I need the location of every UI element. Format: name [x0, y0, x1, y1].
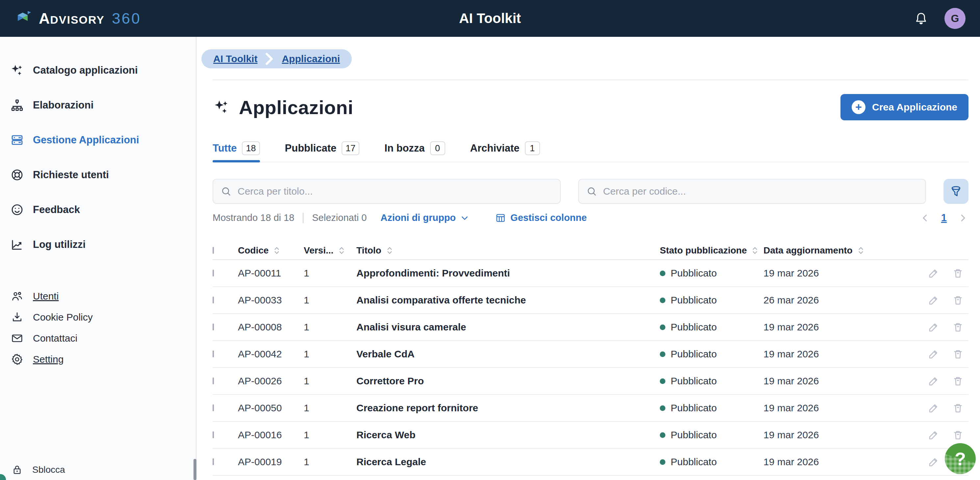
- cell-code: AP-00026: [238, 375, 304, 387]
- tab-count-badge: 17: [342, 141, 360, 155]
- table-row[interactable]: AP-00019 1 Ricerca Legale Pubblicato 19 …: [213, 449, 969, 476]
- table-row[interactable]: AP-00008 1 Analisi visura camerale Pubbl…: [213, 314, 969, 341]
- search-code-input[interactable]: [578, 179, 926, 204]
- cell-status: Pubblicato: [660, 402, 764, 413]
- edit-pencil-icon[interactable]: [928, 348, 940, 360]
- funnel-icon: [950, 185, 963, 198]
- main-content: AI Toolkit Applicazioni: [196, 37, 980, 480]
- search-title-input[interactable]: [213, 179, 561, 204]
- row-checkbox[interactable]: [213, 458, 214, 465]
- sidebar-item-utenti[interactable]: Utenti: [10, 288, 196, 304]
- tab-count-badge: 0: [430, 141, 445, 155]
- delete-trash-icon[interactable]: [952, 348, 964, 360]
- tab-archiviate[interactable]: Archiviate 1: [470, 141, 540, 162]
- delete-trash-icon[interactable]: [952, 294, 964, 306]
- status-dot: [660, 406, 665, 411]
- status-dot: [660, 271, 665, 276]
- cell-version: 1: [304, 349, 356, 360]
- tab-in-bozza[interactable]: In bozza 0: [384, 141, 445, 162]
- sidebar-item-catalogo-applicazioni[interactable]: Catalogo applicazioni: [10, 60, 196, 81]
- cell-version: 1: [304, 375, 356, 387]
- delete-trash-icon[interactable]: [952, 429, 964, 441]
- edit-pencil-icon[interactable]: [928, 456, 940, 468]
- cell-version: 1: [304, 429, 356, 440]
- row-checkbox[interactable]: [213, 296, 214, 303]
- sidebar-scrollbar-thumb[interactable]: [194, 459, 196, 480]
- row-checkbox[interactable]: [213, 350, 214, 357]
- row-actions: [918, 321, 969, 333]
- sidebar-item-feedback[interactable]: Feedback: [10, 199, 196, 220]
- status-label: Pubblicato: [671, 268, 717, 279]
- lock-icon: [10, 464, 24, 475]
- sort-icon: [857, 246, 865, 255]
- column-header-versione[interactable]: Versi...: [304, 245, 356, 256]
- table-row[interactable]: AP-00026 1 Correttore Pro Pubblicato 19 …: [213, 368, 969, 395]
- table-row[interactable]: AP-00016 1 Ricerca Web Pubblicato 19 mar…: [213, 422, 969, 449]
- sidebar-item-gestione-applicazioni[interactable]: Gestione Applicazioni: [10, 130, 196, 150]
- tab-pubblicate[interactable]: Pubblicate 17: [285, 141, 360, 162]
- cell-version: 1: [304, 456, 356, 467]
- row-actions: [918, 294, 969, 306]
- table-row[interactable]: AP-00050 1 Creazione report fornitore Pu…: [213, 395, 969, 422]
- row-checkbox[interactable]: [213, 377, 214, 384]
- sidebar-item-richieste-utenti[interactable]: Richieste utenti: [10, 165, 196, 185]
- cell-title: Analisi comparativa offerte tecniche: [356, 295, 660, 306]
- row-checkbox[interactable]: [213, 269, 214, 277]
- edit-pencil-icon[interactable]: [928, 294, 940, 306]
- edit-pencil-icon[interactable]: [928, 321, 940, 333]
- help-button[interactable]: ?: [945, 443, 976, 474]
- cell-code: AP-00008: [238, 322, 304, 333]
- row-checkbox[interactable]: [213, 323, 214, 330]
- delete-trash-icon[interactable]: [952, 321, 964, 333]
- cell-title: Ricerca Web: [356, 429, 660, 440]
- delete-trash-icon[interactable]: [952, 375, 964, 387]
- row-checkbox[interactable]: [213, 404, 214, 411]
- corner-accent: [0, 474, 6, 480]
- edit-pencil-icon[interactable]: [928, 402, 940, 414]
- column-header-stato[interactable]: Stato pubblicazione: [660, 245, 764, 256]
- edit-pencil-icon[interactable]: [928, 429, 940, 441]
- previous-page-icon[interactable]: [920, 213, 930, 223]
- sidebar-item-cookie-policy[interactable]: Cookie Policy: [10, 309, 196, 325]
- next-page-icon[interactable]: [958, 213, 968, 223]
- sidebar-item-setting[interactable]: Setting: [10, 351, 196, 368]
- column-header-titolo[interactable]: Titolo: [356, 245, 660, 256]
- table-row[interactable]: AP-00033 1 Analisi comparativa offerte t…: [213, 287, 969, 314]
- table-row[interactable]: AP-00011 1 Approfondimenti: Provvediment…: [213, 260, 969, 287]
- sidebar-item-label: Feedback: [33, 204, 80, 215]
- column-header-data[interactable]: Data aggiornamento: [764, 245, 918, 256]
- create-application-button[interactable]: + Crea Applicazione: [840, 94, 969, 120]
- group-actions-button[interactable]: Azioni di gruppo: [380, 212, 469, 223]
- sidebar-item-label: Elaborazioni: [33, 99, 94, 111]
- breadcrumb-link-ai-toolkit[interactable]: AI Toolkit: [213, 53, 257, 65]
- sidebar-item-sblocca[interactable]: Sblocca: [10, 464, 65, 475]
- status-label: Pubblicato: [671, 322, 717, 333]
- edit-pencil-icon[interactable]: [928, 267, 940, 279]
- sidebar-item-label: Setting: [33, 354, 64, 365]
- page-number[interactable]: 1: [941, 212, 947, 224]
- edit-pencil-icon[interactable]: [928, 375, 940, 387]
- sidebar-item-contattaci[interactable]: Contattaci: [10, 330, 196, 347]
- cell-title: Analisi visura camerale: [356, 322, 660, 333]
- tab-tutte[interactable]: Tutte 18: [213, 141, 260, 162]
- row-checkbox[interactable]: [213, 431, 214, 438]
- filter-button[interactable]: [943, 179, 969, 204]
- column-header-codice[interactable]: Codice: [238, 245, 304, 256]
- user-avatar[interactable]: G: [945, 8, 966, 29]
- sparkles-icon: [10, 63, 24, 78]
- select-all-checkbox[interactable]: [213, 247, 214, 254]
- delete-trash-icon[interactable]: [952, 402, 964, 414]
- delete-trash-icon[interactable]: [952, 267, 964, 279]
- row-actions: [918, 429, 969, 441]
- download-icon: [10, 310, 24, 325]
- table-row[interactable]: AP-00042 1 Verbale CdA Pubblicato 19 mar…: [213, 341, 969, 368]
- sparkles-icon: [213, 98, 231, 116]
- cell-code: AP-00033: [238, 295, 304, 306]
- manage-columns-button[interactable]: Gestisci colonne: [495, 212, 587, 223]
- sidebar-item-label: Richieste utenti: [33, 169, 109, 181]
- notifications-bell-icon[interactable]: [913, 11, 929, 26]
- breadcrumb-link-applicazioni[interactable]: Applicazioni: [282, 53, 340, 65]
- sidebar-item-log-utilizzi[interactable]: Log utilizzi: [10, 234, 196, 255]
- sidebar-item-elaborazioni[interactable]: Elaborazioni: [10, 95, 196, 116]
- app-screen: ADVISORY 360 AI Toolkit G: [0, 0, 980, 480]
